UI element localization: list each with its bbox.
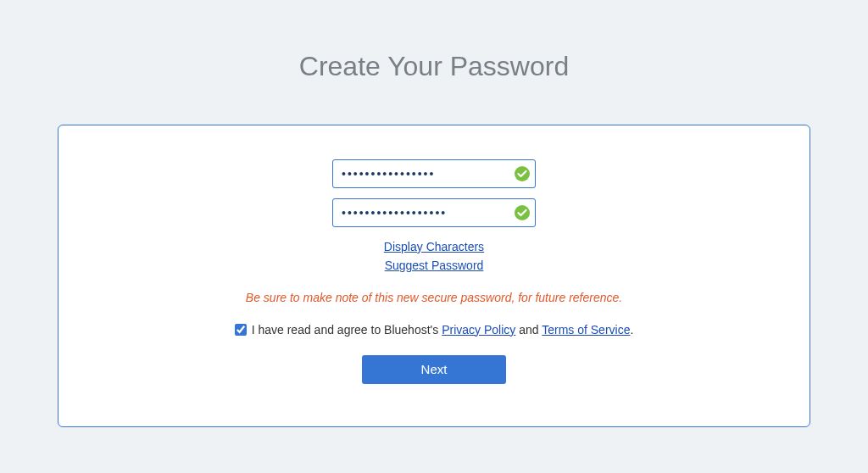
agree-mid: and [515, 323, 542, 337]
password-field-wrap [332, 159, 536, 188]
privacy-policy-link[interactable]: Privacy Policy [442, 323, 515, 337]
confirm-password-input[interactable] [332, 198, 536, 227]
password-card: Display Characters Suggest Password Be s… [58, 125, 810, 427]
agree-suffix: . [630, 323, 633, 337]
agree-prefix: I have read and agree to Bluehost's [252, 323, 442, 337]
check-circle-icon [514, 165, 531, 182]
display-characters-link[interactable]: Display Characters [384, 240, 484, 253]
next-button[interactable]: Next [362, 355, 506, 384]
suggest-password-link[interactable]: Suggest Password [385, 259, 484, 272]
password-note: Be sure to make note of this new secure … [84, 291, 784, 304]
confirm-password-field-wrap [332, 198, 536, 227]
terms-of-service-link[interactable]: Terms of Service [542, 323, 630, 337]
agree-row: I have read and agree to Bluehost's Priv… [84, 323, 784, 337]
check-circle-icon [514, 204, 531, 221]
password-links: Display Characters Suggest Password [84, 237, 784, 275]
page-title: Create Your Password [0, 0, 868, 125]
agree-text: I have read and agree to Bluehost's Priv… [252, 323, 634, 337]
agree-checkbox[interactable] [235, 324, 247, 336]
password-input[interactable] [332, 159, 536, 188]
